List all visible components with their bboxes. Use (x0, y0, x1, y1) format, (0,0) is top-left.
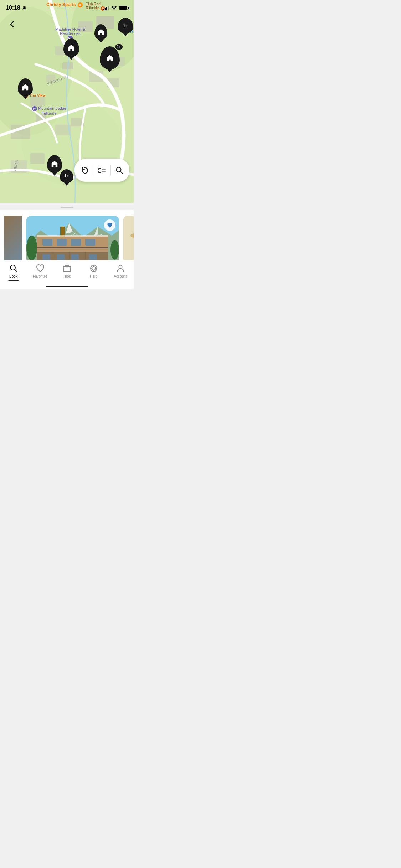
drag-handle[interactable] (61, 207, 73, 208)
map-pin-count-2[interactable]: 1+ (60, 169, 73, 183)
trips-icon (62, 264, 72, 273)
map-overlay-buttons (74, 159, 129, 182)
time-display: 10:18 (6, 5, 27, 11)
svg-rect-42 (37, 247, 108, 248)
svg-rect-20 (99, 168, 101, 170)
nav-item-trips[interactable]: Trips (53, 263, 80, 278)
status-bar: 10:18 (0, 0, 134, 16)
svg-rect-41 (85, 239, 95, 246)
svg-line-25 (120, 171, 123, 174)
svg-point-50 (110, 240, 119, 260)
svg-rect-51 (37, 235, 108, 237)
nav-label-account: Account (114, 274, 127, 278)
heart-filled-icon (107, 222, 113, 228)
nav-label-help: Help (90, 274, 97, 278)
nav-item-book[interactable]: Book (0, 263, 27, 281)
svg-rect-21 (99, 171, 101, 173)
home-indicator (46, 286, 88, 287)
location-arrow-icon (22, 5, 27, 10)
map-pin-house-2[interactable] (94, 24, 107, 40)
svg-rect-39 (57, 239, 67, 246)
svg-rect-62 (63, 266, 71, 272)
map-pin-house-1[interactable] (63, 38, 79, 57)
wifi-icon (111, 5, 117, 10)
nav-item-help[interactable]: Help (80, 263, 107, 278)
nav-item-favorites[interactable]: Favorites (27, 263, 53, 278)
active-tab-indicator (8, 280, 19, 281)
mountain-lodge-label: 🛏 Mountain LodgeTelluride (32, 106, 66, 115)
map-pin-house-3[interactable] (18, 78, 33, 96)
undo-button[interactable] (76, 162, 93, 179)
book-search-icon (9, 264, 18, 273)
svg-line-61 (15, 270, 17, 272)
nav-label-book: Book (9, 274, 17, 278)
back-arrow-icon (8, 20, 16, 28)
svg-point-67 (92, 267, 96, 270)
map-pin-count-1[interactable]: 1+ (118, 18, 133, 33)
house-icon (21, 83, 29, 91)
svg-rect-40 (71, 239, 81, 246)
house-icon (67, 44, 75, 52)
list-view-button[interactable] (93, 162, 110, 179)
status-indicators (103, 5, 128, 10)
svg-point-72 (119, 265, 122, 269)
account-icon (116, 264, 125, 273)
svg-rect-18 (30, 153, 45, 164)
nav-label-favorites: Favorites (33, 274, 47, 278)
house-icon (51, 160, 58, 168)
time-text: 10:18 (6, 5, 20, 11)
pin-count-badge: 1+ (115, 44, 123, 50)
heart-nav-icon (36, 264, 45, 273)
house-icon (97, 28, 105, 36)
house-icon (106, 54, 114, 62)
favorite-button-1[interactable] (104, 219, 115, 231)
search-button[interactable] (111, 162, 128, 179)
nav-item-account[interactable]: Account (107, 263, 134, 278)
nav-label-trips: Trips (63, 274, 71, 278)
svg-point-49 (26, 236, 37, 260)
map-pin-house-large[interactable]: 1+ (100, 46, 120, 69)
battery-icon (119, 6, 128, 10)
signal-icon (103, 6, 109, 10)
map[interactable]: LES LN 10:18 (0, 0, 134, 203)
svg-rect-38 (42, 239, 52, 246)
bottom-nav: Book Favorites Trips Help (0, 260, 134, 289)
back-button[interactable] (6, 18, 19, 31)
help-icon (89, 264, 98, 273)
